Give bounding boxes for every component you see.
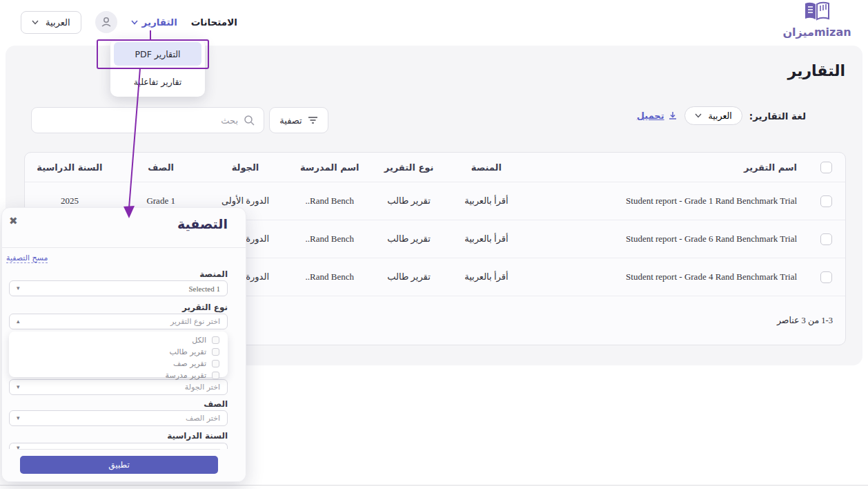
window-bottom-divider <box>0 485 868 486</box>
cell-report-name: Student report - Grade 1 Rand Benchmark … <box>531 195 807 207</box>
reports-dropdown-menu: التقارير PDF تقارير تفاعلية <box>110 39 205 97</box>
filter-panel-title: التصفية <box>177 216 228 231</box>
cell-report-type: تقرير طالب <box>376 271 442 282</box>
option-label: تقرير صف <box>173 359 206 368</box>
person-icon <box>100 16 112 28</box>
user-avatar[interactable] <box>95 11 117 33</box>
download-link[interactable]: تحميل <box>637 111 678 121</box>
cell-platform: أقرأ بالعربية <box>442 195 531 207</box>
cell-grade: Grade 1 <box>115 195 208 207</box>
download-label: تحميل <box>637 111 664 121</box>
report-type-filter-placeholder: اختر نوع التقرير <box>170 317 220 326</box>
divider <box>17 449 220 450</box>
grade-filter-label: الصف <box>9 399 228 410</box>
option-all[interactable]: الكل <box>17 335 219 345</box>
col-school-year: السنة الدراسية <box>25 162 115 173</box>
clear-filters-link[interactable]: مسح التصفية <box>6 253 48 263</box>
search-icon <box>244 115 255 126</box>
platform-filter-label: المنصة <box>9 269 228 280</box>
option-checkbox[interactable] <box>212 348 219 356</box>
search-input[interactable] <box>40 115 238 126</box>
col-report-type: نوع التقرير <box>376 162 442 173</box>
table-header-row: اسم التقرير المنصة نوع التقرير اسم المدر… <box>25 153 845 182</box>
row-checkbox[interactable] <box>820 233 832 245</box>
cell-school-name: ..Rand Bench <box>283 233 376 245</box>
cell-report-name: Student report - Grade 4 Rand Benchmark … <box>531 271 807 282</box>
cell-report-type: تقرير طالب <box>376 195 442 207</box>
filter-panel: ✖ التصفية مسح التصفية المنصة Selected 1 … <box>1 207 246 482</box>
close-icon[interactable]: ✖ <box>9 216 18 227</box>
menu-item-pdf-reports[interactable]: التقارير PDF <box>114 42 201 66</box>
option-school-report[interactable]: تقرير مدرسة <box>17 370 219 380</box>
search-box <box>31 107 264 133</box>
chevron-down-icon <box>131 20 138 25</box>
filter-panel-footer: تطبيق <box>2 449 246 481</box>
report-type-options-list: الكل تقرير طالب تقرير صف تقرير مدرسة <box>9 332 228 377</box>
option-checkbox[interactable] <box>212 372 219 379</box>
nav-item-exams-label: الامتحانات <box>191 17 237 28</box>
top-navigation-bar: mizanميزان الامتحانات التقارير العربية <box>0 0 868 44</box>
apply-filters-button[interactable]: تطبيق <box>20 456 218 474</box>
row-checkbox[interactable] <box>820 195 832 207</box>
grade-filter-placeholder: اختر الصف <box>186 414 220 423</box>
row-checkbox[interactable] <box>820 271 832 283</box>
cell-school-name: ..Rand Bench <box>283 195 376 207</box>
menu-item-interactive-reports-label: تقارير تفاعلية <box>134 77 182 87</box>
option-label: الكل <box>192 336 206 345</box>
platform-filter-select[interactable]: Selected 1 ▾ <box>9 280 228 296</box>
cell-school-name: ..Rand Bench <box>283 271 376 282</box>
col-platform: المنصة <box>442 162 531 173</box>
pagination-summary: 1-3 من 3 عناصر <box>777 315 833 326</box>
chevron-down-icon: ▾ <box>17 285 20 291</box>
report-type-filter-label: نوع التقرير <box>9 302 228 313</box>
option-checkbox[interactable] <box>212 336 219 344</box>
menu-item-interactive-reports[interactable]: تقارير تفاعلية <box>114 70 201 93</box>
grade-filter-select[interactable]: اختر الصف ▾ <box>9 410 228 426</box>
chevron-down-icon: ▾ <box>17 384 20 390</box>
language-switcher-label: العربية <box>46 17 70 28</box>
cell-platform: أقرأ بالعربية <box>442 271 531 282</box>
round-filter-select[interactable]: اختر الجولة ▾ <box>9 379 228 395</box>
menu-item-pdf-reports-label: التقارير PDF <box>135 49 181 59</box>
nav-item-exams[interactable]: الامتحانات <box>191 17 237 28</box>
cell-year: 2025 <box>25 195 115 207</box>
option-student-report[interactable]: تقرير طالب <box>17 347 219 356</box>
nav-item-reports[interactable]: التقارير <box>131 17 177 28</box>
filter-icon <box>308 116 318 124</box>
page-title: التقارير <box>788 62 846 79</box>
main-nav: الامتحانات التقارير العربية <box>21 0 237 44</box>
col-round: الجولة <box>208 162 284 173</box>
round-filter-placeholder: اختر الجولة <box>185 383 220 392</box>
nav-item-reports-label: التقارير <box>142 17 177 28</box>
option-checkbox[interactable] <box>212 360 219 367</box>
option-label: تقرير طالب <box>169 347 206 356</box>
language-switcher-button[interactable]: العربية <box>21 11 81 34</box>
divider <box>2 247 246 248</box>
filter-form: المنصة Selected 1 ▾ نوع التقرير اختر نوع… <box>9 269 228 451</box>
select-all-checkbox[interactable] <box>820 162 832 173</box>
cell-round: الدورة الأولى <box>208 195 284 207</box>
filter-button-label: تصفية <box>279 115 302 126</box>
chevron-down-icon <box>32 20 39 25</box>
col-grade: الصف <box>115 162 208 173</box>
report-language-value: العربية <box>709 111 732 121</box>
report-language-select[interactable]: العربية <box>684 106 742 125</box>
cell-report-type: تقرير طالب <box>376 233 442 245</box>
book-logo-icon <box>802 1 831 22</box>
chevron-down-icon: ▾ <box>17 415 20 421</box>
cell-report-name: Student report - Grade 6 Rand Benchmark … <box>531 233 807 245</box>
option-class-report[interactable]: تقرير صف <box>17 358 219 368</box>
platform-filter-value: Selected 1 <box>188 285 220 293</box>
option-label: تقرير مدرسة <box>166 371 206 380</box>
download-icon <box>668 111 678 121</box>
col-report-name: اسم التقرير <box>531 162 807 173</box>
report-language-label: لغة التقارير: <box>749 111 806 122</box>
report-type-filter-select[interactable]: اختر نوع التقرير ▴ <box>9 314 228 329</box>
filter-button[interactable]: تصفية <box>269 107 328 133</box>
chevron-up-icon: ▴ <box>17 318 20 325</box>
report-language-row: لغة التقارير: العربية تحميل <box>637 106 806 125</box>
cell-platform: أقرأ بالعربية <box>442 233 531 245</box>
brand-wordmark: mizanميزان <box>776 26 858 39</box>
col-school-name: اسم المدرسة <box>283 162 376 173</box>
brand-logo[interactable]: mizanميزان <box>776 1 858 39</box>
